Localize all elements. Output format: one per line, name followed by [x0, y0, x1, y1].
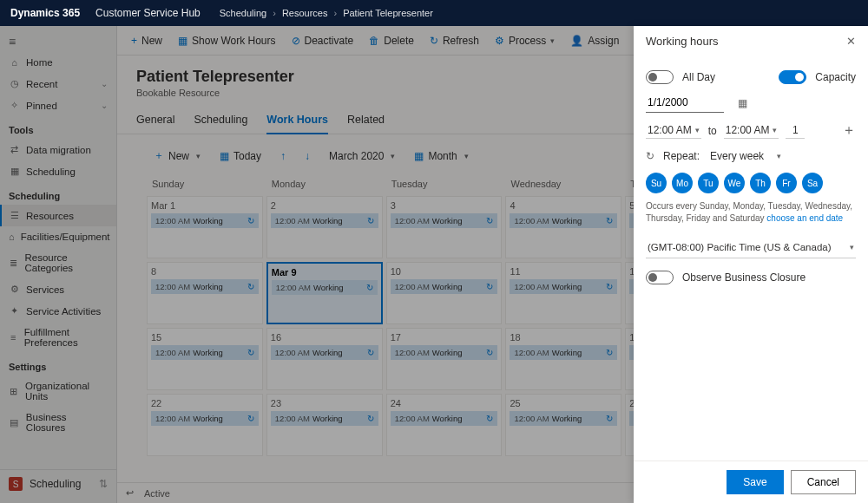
weekday-picker: SuMoTuWeThFrSa: [646, 173, 856, 193]
calendar-icon[interactable]: ▦: [738, 97, 747, 109]
weekday-th[interactable]: Th: [750, 173, 771, 193]
capacity-toggle[interactable]: [779, 70, 806, 84]
count-field[interactable]: 1: [786, 122, 805, 139]
add-time-button[interactable]: ＋: [842, 121, 856, 140]
weekday-tu[interactable]: Tu: [698, 173, 719, 193]
choose-end-link[interactable]: choose an end date: [766, 213, 843, 223]
breadcrumb[interactable]: Scheduling›Resources›Patient Telepresent…: [220, 8, 433, 18]
panel-title: Working hours: [646, 35, 719, 48]
observe-closure-label: Observe Business Closure: [682, 271, 806, 284]
recurrence-hint: Occurs every Sunday, Monday, Tuesday, We…: [646, 200, 856, 225]
repeat-label: Repeat:: [663, 150, 700, 162]
all-day-label: All Day: [682, 71, 715, 83]
weekday-su[interactable]: Su: [646, 173, 667, 193]
observe-closure-toggle[interactable]: [646, 271, 674, 284]
timezone-select[interactable]: (GMT-08:00) Pacific Time (US & Canada)▾: [646, 237, 856, 258]
chevron-down-icon: ▾: [777, 152, 781, 160]
to-label: to: [708, 125, 717, 137]
weekday-we[interactable]: We: [724, 173, 745, 193]
working-hours-panel: Working hours ✕ All Day Capacity ▦ 12:00…: [634, 26, 868, 503]
chevron-down-icon: ▾: [850, 243, 854, 252]
product-name: Dynamics 365: [10, 7, 80, 19]
weekday-mo[interactable]: Mo: [672, 173, 693, 193]
chevron-down-icon: ▾: [773, 126, 777, 134]
date-field[interactable]: [646, 93, 724, 113]
repeat-select[interactable]: Every week ▾: [708, 148, 783, 164]
save-button[interactable]: Save: [727, 470, 783, 494]
hub-name: Customer Service Hub: [95, 7, 201, 19]
top-bar: Dynamics 365 Customer Service Hub Schedu…: [0, 0, 868, 26]
close-icon[interactable]: ✕: [846, 35, 856, 48]
time-from-select[interactable]: 12:00 AM▾: [646, 122, 701, 139]
all-day-toggle[interactable]: [646, 70, 674, 84]
time-to-select[interactable]: 12:00 AM▾: [724, 122, 779, 139]
cancel-button[interactable]: Cancel: [791, 470, 856, 494]
weekday-fr[interactable]: Fr: [776, 173, 797, 193]
weekday-sa[interactable]: Sa: [802, 173, 823, 193]
chevron-down-icon: ▾: [695, 126, 700, 134]
repeat-icon: ↻: [646, 150, 654, 162]
capacity-label: Capacity: [815, 71, 856, 83]
